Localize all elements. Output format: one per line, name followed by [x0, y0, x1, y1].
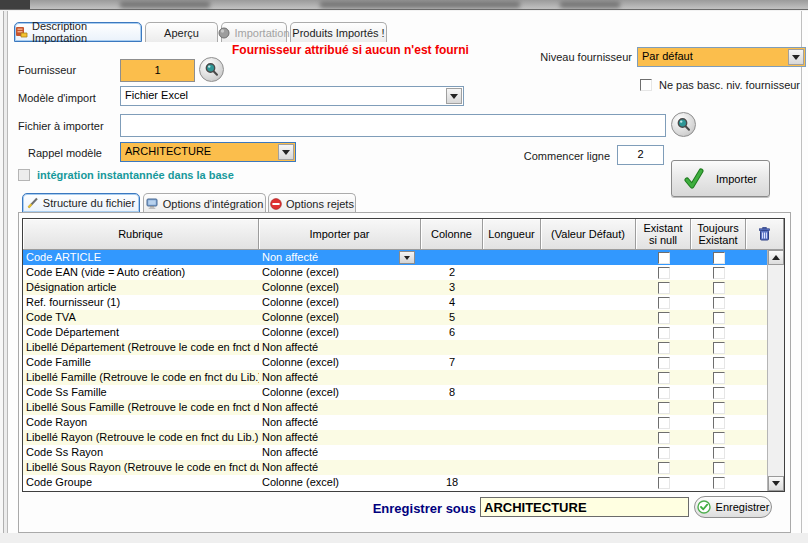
scroll-down-button[interactable] [768, 476, 784, 491]
integration-checkbox[interactable] [18, 169, 30, 181]
table-row[interactable]: Libellé Famille (Retrouve le code en fnc… [23, 370, 784, 385]
toujours-existant-checkbox[interactable] [713, 372, 725, 384]
ne-pas-basc-checkbox[interactable] [640, 79, 652, 91]
toujours-existant-checkbox[interactable] [713, 342, 725, 354]
toujours-existant-checkbox[interactable] [713, 357, 725, 369]
tab-apercu[interactable]: Aperçu [145, 22, 218, 42]
table-row[interactable]: Ref. fournisseur (1)Colonne (excel)4 [23, 295, 784, 310]
chevron-down-icon[interactable] [446, 88, 462, 104]
table-row[interactable]: Désignation articleColonne (excel)3 [23, 280, 784, 295]
column-header[interactable]: Existant si null [636, 219, 691, 250]
table-row[interactable]: Code FamilleColonne (excel)7 [23, 355, 784, 370]
toujours-existant-checkbox[interactable] [713, 477, 725, 489]
existant-si-null-checkbox[interactable] [658, 267, 670, 279]
importer-par-cell[interactable]: Colonne (excel) [259, 385, 421, 400]
table-row[interactable]: Code ARTICLENon affecté [23, 250, 784, 265]
tab-description-importation[interactable]: Description Importation [14, 22, 142, 42]
importer-par-cell[interactable]: Non affecté [259, 400, 421, 415]
column-header[interactable]: Rubrique [23, 219, 259, 250]
table-row[interactable]: Code Ss RayonNon affecté [23, 445, 784, 460]
importer-par-cell[interactable]: Colonne (excel) [259, 475, 421, 490]
importer-button[interactable]: Importer [671, 160, 770, 197]
table-row[interactable]: Libellé Sous Famille (Retrouve le code e… [23, 400, 784, 415]
fichier-importer-input[interactable] [120, 114, 666, 137]
importer-par-cell[interactable]: Non affecté [259, 445, 421, 460]
existant-si-null-checkbox[interactable] [658, 372, 670, 384]
toujours-existant-checkbox[interactable] [713, 447, 725, 459]
importer-par-cell[interactable]: Colonne (excel) [259, 280, 421, 295]
existant-si-null-checkbox[interactable] [658, 462, 670, 474]
table-row[interactable]: Code EAN (vide = Auto création)Colonne (… [23, 265, 784, 280]
fichier-browse-button[interactable] [671, 112, 696, 137]
delete-column-header[interactable] [746, 219, 784, 250]
fournisseur-search-button[interactable] [199, 57, 224, 82]
enregistrer-button[interactable]: Enregistrer [694, 496, 772, 518]
existant-si-null-checkbox[interactable] [658, 342, 670, 354]
column-header[interactable]: Toujours Existant [691, 219, 746, 250]
subtab-structure-fichier[interactable]: Structure du fichier [22, 193, 140, 213]
importer-par-cell[interactable]: Non affecté [259, 250, 421, 265]
table-row[interactable]: Code GroupeColonne (excel)18 [23, 475, 784, 490]
importer-par-cell[interactable]: Non affecté [259, 370, 421, 385]
subtab-options-integration[interactable]: Options d'intégration [143, 193, 266, 213]
table-row[interactable]: Code RayonNon affecté [23, 415, 784, 430]
table-row[interactable]: Code TVAColonne (excel)5 [23, 310, 784, 325]
importer-par-cell[interactable]: Non affecté [259, 415, 421, 430]
table-row[interactable]: Libellé Sous Rayon (Retrouve le code en … [23, 460, 784, 475]
existant-si-null-checkbox[interactable] [658, 312, 670, 324]
existant-si-null-cell [636, 340, 691, 355]
existant-si-null-checkbox[interactable] [658, 357, 670, 369]
existant-si-null-checkbox[interactable] [658, 432, 670, 444]
column-header[interactable]: Longueur [483, 219, 541, 250]
toujours-existant-checkbox[interactable] [713, 252, 725, 264]
importer-par-cell[interactable]: Non affecté [259, 430, 421, 445]
importer-par-cell[interactable]: Colonne (excel) [259, 295, 421, 310]
column-header[interactable]: Colonne [421, 219, 483, 250]
chevron-down-icon[interactable] [278, 144, 294, 160]
toujours-existant-checkbox[interactable] [713, 267, 725, 279]
toujours-existant-checkbox[interactable] [713, 462, 725, 474]
existant-si-null-checkbox[interactable] [658, 297, 670, 309]
column-header[interactable]: (Valeur Défaut) [541, 219, 636, 250]
importer-par-cell[interactable]: Colonne (excel) [259, 265, 421, 280]
niveau-fournisseur-combo[interactable]: Par défaut [637, 47, 806, 67]
toujours-existant-checkbox[interactable] [713, 387, 725, 399]
subtab-options-rejets[interactable]: Options rejets [268, 193, 356, 213]
toujours-existant-checkbox[interactable] [713, 327, 725, 339]
tab-produits-importes[interactable]: Produits Importés ! [290, 22, 387, 42]
table-row[interactable]: Code Ss FamilleColonne (excel)8 [23, 385, 784, 400]
column-header[interactable]: Importer par [259, 219, 421, 250]
importer-par-cell[interactable]: Colonne (excel) [259, 325, 421, 340]
importer-par-cell[interactable]: Non affecté [259, 460, 421, 475]
existant-si-null-checkbox[interactable] [658, 417, 670, 429]
existant-si-null-checkbox[interactable] [658, 447, 670, 459]
existant-si-null-checkbox[interactable] [658, 327, 670, 339]
importer-par-cell[interactable]: Colonne (excel) [259, 355, 421, 370]
existant-si-null-checkbox[interactable] [658, 402, 670, 414]
importer-par-cell[interactable]: Colonne (excel) [259, 310, 421, 325]
commencer-ligne-input[interactable]: 2 [617, 145, 664, 165]
modele-import-combo[interactable]: Fichier Excel [120, 86, 464, 106]
scroll-up-button[interactable] [768, 250, 784, 265]
existant-si-null-checkbox[interactable] [658, 387, 670, 399]
toujours-existant-checkbox[interactable] [713, 402, 725, 414]
rappel-modele-combo[interactable]: ARCHITECTURE [120, 142, 296, 162]
toujours-existant-checkbox[interactable] [713, 282, 725, 294]
tab-importation[interactable]: Importation [221, 22, 287, 42]
existant-si-null-checkbox[interactable] [658, 477, 670, 489]
table-scrollbar[interactable] [767, 250, 784, 491]
toujours-existant-checkbox[interactable] [713, 297, 725, 309]
chevron-down-icon[interactable] [788, 49, 804, 65]
fournisseur-input[interactable]: 1 [120, 59, 195, 82]
table-row[interactable]: Libellé Département (Retrouve le code en… [23, 340, 784, 355]
toujours-existant-checkbox[interactable] [713, 417, 725, 429]
table-row[interactable]: Code DépartementColonne (excel)6 [23, 325, 784, 340]
table-row[interactable]: Libellé Rayon (Retrouve le code en fnct … [23, 430, 784, 445]
enregistrer-sous-input[interactable] [480, 497, 689, 517]
existant-si-null-checkbox[interactable] [658, 282, 670, 294]
existant-si-null-checkbox[interactable] [658, 252, 670, 264]
importer-par-dropdown[interactable] [399, 251, 415, 264]
toujours-existant-checkbox[interactable] [713, 312, 725, 324]
toujours-existant-checkbox[interactable] [713, 432, 725, 444]
importer-par-cell[interactable]: Non affecté [259, 340, 421, 355]
